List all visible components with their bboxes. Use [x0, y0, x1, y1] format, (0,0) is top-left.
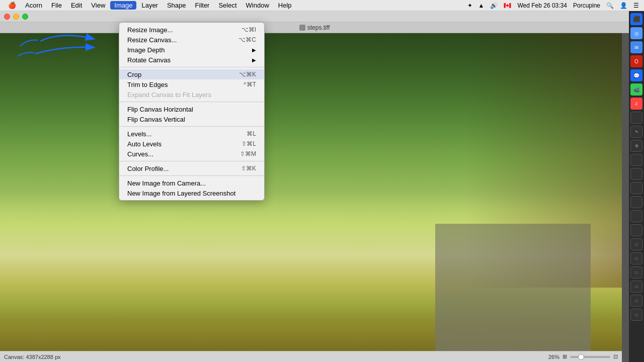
- menu-item-new-image-screenshot[interactable]: New Image from Layered Screenshot: [119, 188, 264, 198]
- zoom-fit-icon[interactable]: ⊞: [562, 353, 567, 360]
- window-area: steps.tiff: [0, 11, 644, 362]
- menubar-user-avatar: 👤: [619, 2, 628, 9]
- menu-item-rotate-canvas[interactable]: Rotate Canvas ▶: [119, 55, 264, 65]
- menu-item-new-image-camera[interactable]: New Image from Camera...: [119, 178, 264, 188]
- dock-icon-tool2[interactable]: ✎: [630, 126, 642, 138]
- menubar-compass-icon: ✦: [466, 2, 473, 9]
- right-sidebar: ⬛ ◎ ✉ O 💬 📹 Z ✎ ⚙ □: [629, 11, 644, 362]
- dock-icon-tool1[interactable]: [630, 112, 642, 124]
- menu-item-resize-canvas[interactable]: Resize Canvas... ⌥⌘C: [119, 35, 264, 45]
- tool3-icon: ⚙: [635, 144, 638, 148]
- dock-icon-finder[interactable]: ⬛: [630, 13, 642, 25]
- menu-label-resize-canvas: Resize Canvas...: [127, 36, 228, 44]
- menu-label-new-image-camera: New Image from Camera...: [127, 179, 256, 187]
- zoom-slider[interactable]: [570, 356, 610, 358]
- image-area: [0, 33, 622, 351]
- menu-view[interactable]: View: [87, 1, 109, 10]
- menu-shortcut-resize-image: ⌥⌘I: [231, 26, 256, 33]
- menu-window[interactable]: Window: [242, 1, 273, 10]
- menu-help[interactable]: Help: [274, 1, 296, 10]
- dock-icon-facetime[interactable]: 📹: [630, 83, 642, 96]
- menu-item-flip-horizontal[interactable]: Flip Canvas Horizontal: [119, 104, 264, 114]
- menu-label-color-profile: Color Profile...: [127, 165, 231, 172]
- menu-shortcut-trim-to-edges: ^⌘T: [233, 81, 256, 88]
- status-right: 26% ⊞ ⊡: [548, 353, 618, 360]
- menu-item-auto-levels[interactable]: Auto Levels ⇧⌘L: [119, 139, 264, 149]
- dock-icon-tool4[interactable]: [630, 154, 642, 166]
- steps-overlay: [435, 224, 591, 351]
- dock-icon-mail[interactable]: ✉: [630, 41, 642, 53]
- menu-label-auto-levels: Auto Levels: [127, 140, 231, 148]
- menubar: 🍎 Acorn File Edit View Image Layer Shape…: [0, 0, 644, 11]
- menu-item-trim-to-edges[interactable]: Trim to Edges ^⌘T: [119, 79, 264, 89]
- menu-item-flip-vertical[interactable]: Flip Canvas Vertical: [119, 114, 264, 124]
- menu-item-levels[interactable]: Levels... ⌘L: [119, 129, 264, 139]
- menu-acorn[interactable]: Acorn: [21, 1, 46, 10]
- dock-icon-safari[interactable]: ◎: [630, 27, 642, 39]
- close-button[interactable]: [4, 14, 10, 20]
- zoom-slider-thumb[interactable]: [578, 354, 584, 360]
- facetime-icon: 📹: [633, 87, 639, 93]
- apple-menu[interactable]: 🍎: [4, 2, 20, 9]
- menu-arrow-rotate-canvas: ▶: [252, 57, 256, 63]
- menu-item-crop[interactable]: Crop ⌥⌘K: [119, 69, 264, 79]
- menu-separator-3: [119, 126, 264, 127]
- dock-icon-tool11[interactable]: □: [630, 252, 642, 264]
- menu-separator-5: [119, 175, 264, 176]
- dock-icon-tool12[interactable]: □: [630, 266, 642, 279]
- menu-shortcut-levels: ⌘L: [236, 130, 256, 137]
- dock-icon-tool8[interactable]: [630, 210, 642, 222]
- menu-filter[interactable]: Filter: [191, 1, 214, 10]
- dock-icon-tool13[interactable]: □: [630, 281, 642, 293]
- dock-icon-tool3[interactable]: ⚙: [630, 140, 642, 152]
- dock-icon-tool14[interactable]: □: [630, 295, 642, 307]
- menu-label-curves: Curves...: [127, 150, 230, 158]
- maximize-button[interactable]: [22, 14, 28, 20]
- tool13-icon: □: [635, 285, 638, 289]
- tool10-icon: □: [635, 242, 638, 247]
- menu-label-new-image-screenshot: New Image from Layered Screenshot: [127, 190, 256, 197]
- menubar-user: Porcupine: [572, 2, 601, 9]
- status-bar: Canvas: 4387x2288 px 26% ⊞ ⊡: [0, 351, 622, 362]
- menu-arrow-image-depth: ▶: [252, 47, 256, 53]
- dock-icon-tool9[interactable]: [630, 224, 642, 236]
- dock-icon-tool10[interactable]: □: [630, 238, 642, 250]
- menu-file[interactable]: File: [47, 1, 66, 10]
- menu-item-curves[interactable]: Curves... ⇧⌘M: [119, 149, 264, 159]
- menubar-search-icon[interactable]: 🔍: [605, 2, 615, 9]
- menu-separator-2: [119, 102, 264, 102]
- menu-layer[interactable]: Layer: [137, 1, 162, 10]
- dock-icon-contacts[interactable]: Z: [630, 98, 642, 110]
- menu-label-rotate-canvas: Rotate Canvas: [127, 56, 250, 64]
- menu-item-image-depth[interactable]: Image Depth ▶: [119, 45, 264, 55]
- menu-edit[interactable]: Edit: [67, 1, 86, 10]
- opera-icon: O: [634, 59, 638, 64]
- menu-shape[interactable]: Shape: [163, 1, 190, 10]
- photo-background: [0, 33, 622, 351]
- menu-item-color-profile[interactable]: Color Profile... ⇧⌘K: [119, 163, 264, 173]
- menu-label-expand-canvas: Expand Canvas to Fit Layers: [127, 91, 256, 99]
- dock-icon-tool7[interactable]: [630, 196, 642, 208]
- menu-select[interactable]: Select: [214, 1, 240, 10]
- menu-separator-4: [119, 161, 264, 161]
- zoom-level: 26%: [548, 354, 559, 360]
- menu-label-flip-vertical: Flip Canvas Vertical: [127, 116, 256, 123]
- dock-icon-opera[interactable]: O: [630, 55, 642, 67]
- zoom-export-icon: ⊡: [613, 353, 618, 360]
- tab-title: steps.tiff: [307, 24, 330, 31]
- tab-steps-tiff[interactable]: steps.tiff: [293, 24, 336, 31]
- menu-label-image-depth: Image Depth: [127, 46, 250, 54]
- tool15-icon: □: [635, 313, 638, 317]
- canvas-info: Canvas: 4387x2288 px: [4, 354, 61, 360]
- menu-image[interactable]: Image: [110, 1, 136, 10]
- menu-shortcut-resize-canvas: ⌥⌘C: [228, 36, 256, 43]
- dock-icon-messages[interactable]: 💬: [630, 69, 642, 81]
- dock-icon-tool6[interactable]: [630, 182, 642, 194]
- menu-item-expand-canvas: Expand Canvas to Fit Layers: [119, 89, 264, 100]
- dock-icon-tool15[interactable]: □: [630, 309, 642, 321]
- menubar-datetime: Wed Feb 26 03:34: [516, 2, 568, 9]
- menu-item-resize-image[interactable]: Resize Image... ⌥⌘I: [119, 25, 264, 35]
- minimize-button[interactable]: [13, 14, 19, 20]
- tool11-icon: □: [635, 256, 638, 261]
- dock-icon-tool5[interactable]: [630, 168, 642, 180]
